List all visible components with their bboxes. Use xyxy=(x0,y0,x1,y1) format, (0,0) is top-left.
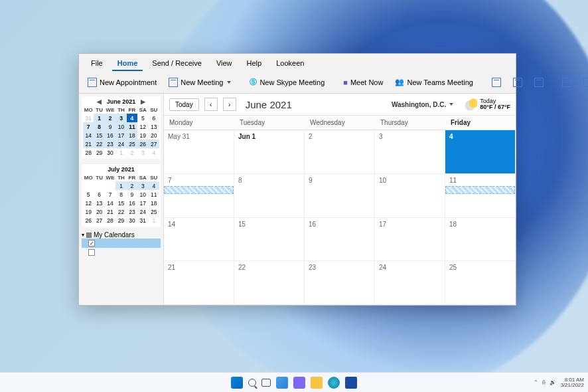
location-selector[interactable]: Washington, D.C. xyxy=(392,101,453,108)
mini-day[interactable]: 10 xyxy=(137,190,148,199)
tray-network-icon[interactable]: ⎙ xyxy=(542,379,546,385)
mini-day[interactable]: 14 xyxy=(83,131,94,140)
mini-day[interactable]: 23 xyxy=(105,140,115,148)
mini-day[interactable]: 2 xyxy=(105,114,115,122)
view-day-button[interactable] xyxy=(487,75,506,90)
next-month-button[interactable]: ▶ xyxy=(141,98,145,105)
mini-day[interactable]: 13 xyxy=(94,199,104,207)
new-meeting-button[interactable]: New Meeting xyxy=(164,75,236,90)
mini-day[interactable]: 15 xyxy=(115,199,126,207)
mini-day[interactable]: 9 xyxy=(105,122,115,131)
mini-day[interactable]: 16 xyxy=(105,131,115,140)
mini-day[interactable]: 30 xyxy=(105,148,115,157)
mini-day[interactable]: 10 xyxy=(115,122,126,131)
mini-day[interactable]: 1 xyxy=(94,114,104,122)
day-cell[interactable]: 2 xyxy=(305,130,375,174)
store-icon[interactable] xyxy=(345,377,357,389)
mini-day[interactable]: 3 xyxy=(115,114,126,122)
weather-widget[interactable]: Today 80°F / 67°F xyxy=(465,98,510,110)
mini-day[interactable]: 2 xyxy=(127,181,137,190)
menu-file[interactable]: File xyxy=(86,56,108,71)
menu-help[interactable]: Help xyxy=(242,56,267,71)
mini-day[interactable]: 4 xyxy=(127,114,137,122)
chat-icon[interactable] xyxy=(293,377,305,389)
mini-day[interactable]: 18 xyxy=(127,131,137,140)
view-week-button[interactable] xyxy=(530,75,548,90)
new-appointment-button[interactable]: New Appointment xyxy=(83,75,161,90)
edge-icon[interactable] xyxy=(328,377,340,389)
checkbox-unchecked-icon[interactable] xyxy=(88,249,95,256)
tray-clock[interactable]: 8:01 AM 3/21/2022 xyxy=(560,377,584,388)
mini-day[interactable]: 18 xyxy=(149,199,159,207)
day-cell[interactable]: 22 xyxy=(234,261,305,305)
day-cell[interactable]: 14 xyxy=(164,218,234,262)
mini-day[interactable]: 30 xyxy=(127,216,137,225)
mini-day[interactable]: 29 xyxy=(94,148,104,157)
mini-day[interactable]: 1 xyxy=(115,148,126,157)
day-cell[interactable]: 15 xyxy=(234,218,305,262)
day-cell[interactable]: 7 xyxy=(164,174,234,218)
mini-day[interactable]: 31 xyxy=(137,216,148,225)
mini-day[interactable]: 20 xyxy=(94,207,104,216)
mini-day[interactable]: 11 xyxy=(127,122,137,131)
day-cell[interactable]: 3 xyxy=(375,130,445,174)
mini-day[interactable]: 16 xyxy=(127,199,137,207)
mini-day[interactable]: 4 xyxy=(149,148,159,157)
mini-day[interactable]: 26 xyxy=(137,140,148,148)
mini-day[interactable]: 8 xyxy=(115,190,126,199)
mini-day[interactable]: 2 xyxy=(127,148,137,157)
event-band[interactable] xyxy=(164,186,234,194)
menu-send-receive[interactable]: Send / Receive xyxy=(147,56,207,71)
mini-day[interactable]: 24 xyxy=(137,207,148,216)
day-cell[interactable]: Jun 1 xyxy=(234,130,305,174)
mini-day[interactable]: 19 xyxy=(83,207,94,216)
task-view-icon[interactable] xyxy=(261,379,271,387)
day-cell[interactable]: 25 xyxy=(445,261,516,305)
day-cell[interactable]: May 31 xyxy=(164,130,234,174)
event-band[interactable] xyxy=(445,186,515,194)
mini-day[interactable]: 21 xyxy=(83,140,94,148)
mini-day[interactable]: 1 xyxy=(115,181,126,190)
mini-day[interactable]: 12 xyxy=(83,199,94,207)
mini-day[interactable]: 8 xyxy=(94,122,104,131)
day-cell[interactable]: 17 xyxy=(375,218,445,262)
mini-day[interactable]: 5 xyxy=(83,190,94,199)
mini-day[interactable]: 7 xyxy=(105,190,115,199)
calendar-item[interactable] xyxy=(82,248,161,257)
day-cell[interactable]: 16 xyxy=(305,218,375,262)
mini-day[interactable]: 5 xyxy=(137,114,148,122)
mini-day[interactable]: 22 xyxy=(115,207,126,216)
meet-now-button[interactable]: ■ Meet Now xyxy=(338,76,388,89)
mini-day[interactable]: 21 xyxy=(105,207,115,216)
mini-day[interactable]: 9 xyxy=(127,190,137,199)
view-work-week-button[interactable] xyxy=(508,75,527,90)
mini-day[interactable]: 15 xyxy=(94,131,104,140)
mini-day[interactable]: 7 xyxy=(83,122,94,131)
mini-day[interactable]: 6 xyxy=(94,190,104,199)
menu-view[interactable]: View xyxy=(211,56,238,71)
mini-day[interactable]: 20 xyxy=(149,131,159,140)
day-cell[interactable]: 18 xyxy=(445,218,516,262)
day-cell[interactable]: 9 xyxy=(305,174,375,218)
mini-day[interactable]: 29 xyxy=(115,216,126,225)
mini-day[interactable]: 28 xyxy=(105,216,115,225)
checkbox-checked-icon[interactable]: ✓ xyxy=(88,240,95,246)
mini-day[interactable]: 17 xyxy=(115,131,126,140)
new-teams-meeting-button[interactable]: 👥 New Teams Meeting xyxy=(390,75,477,89)
day-cell[interactable]: 10 xyxy=(375,174,445,218)
mini-day[interactable]: 22 xyxy=(94,140,104,148)
file-explorer-icon[interactable] xyxy=(311,377,323,389)
prev-month-button[interactable]: ◀ xyxy=(97,98,102,105)
menu-lookeen[interactable]: Lookeen xyxy=(271,56,309,71)
mini-day[interactable]: 27 xyxy=(94,216,104,225)
mini-day[interactable]: 4 xyxy=(149,181,159,190)
mini-day[interactable]: 17 xyxy=(137,199,148,207)
mini-day[interactable]: 27 xyxy=(149,140,159,148)
mini-day[interactable]: 25 xyxy=(149,207,159,216)
mini-day[interactable]: 11 xyxy=(149,190,159,199)
day-cell[interactable]: 21 xyxy=(164,261,234,305)
mini-day[interactable]: 14 xyxy=(105,199,115,207)
mini-day[interactable]: 23 xyxy=(127,207,137,216)
search-icon[interactable] xyxy=(248,379,256,387)
mini-day[interactable]: 3 xyxy=(137,148,148,157)
